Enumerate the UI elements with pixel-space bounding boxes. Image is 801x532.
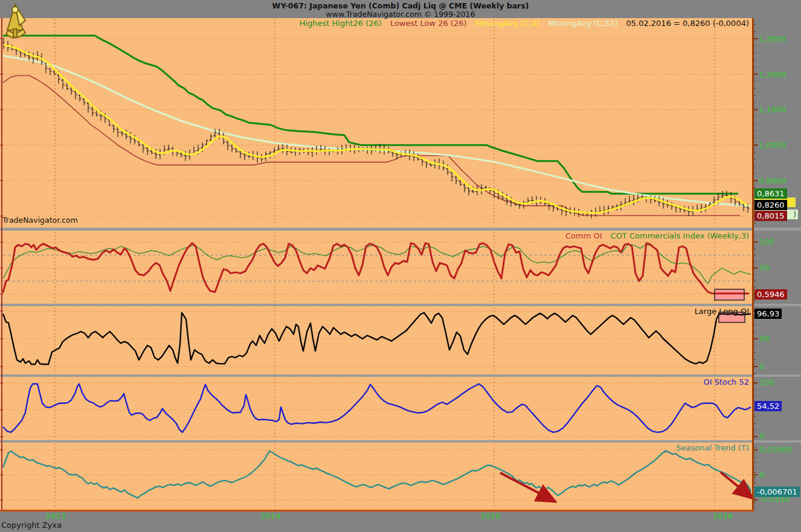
ll-grid	[0, 307, 758, 374]
price-tick: 1,2000	[759, 70, 787, 79]
ll26-value-label: 0,8015	[754, 211, 787, 221]
year-label-2013: 2013	[37, 511, 74, 521]
trade-navigator-window: WY-067: Japanese Yen (Comb) Cadj Liq @ C…	[0, 0, 801, 532]
price-tick: 0,9000	[759, 176, 787, 185]
price-tick: 1,1000	[759, 105, 787, 114]
hh26-line	[3, 36, 738, 194]
time-axis-line	[0, 510, 754, 511]
oi-stoch-tick: 0	[759, 432, 764, 441]
seasonal-value-label: -0,006701	[754, 487, 800, 497]
cot-tick: 50	[759, 263, 770, 272]
sextant-logo-icon	[1, 2, 29, 52]
year-label-2016: 2016	[705, 511, 741, 521]
year-label-2015: 2015	[472, 511, 509, 521]
st-grid	[0, 378, 758, 439]
large-long-tick: 0	[759, 362, 764, 371]
large-long-value-label: 96,93	[754, 309, 782, 319]
comm-oi-value-label: 0,5946	[754, 289, 787, 300]
ma4-line	[4, 45, 748, 213]
down-arrow-annotation	[500, 473, 553, 501]
seasonal-trend-title: Seasonal Trend (T)	[676, 443, 749, 452]
large-long-tick: 50	[759, 334, 770, 343]
oi-stoch-line	[3, 384, 751, 432]
hh26-value-label: 0,8631	[754, 188, 787, 199]
price-legend: Highest Hight26 (26) Lowest Low 26 (26) …	[300, 19, 749, 28]
chart-subtitle: www.TradeNavigator.com © 1999-2016	[0, 10, 801, 19]
copyright: Copyright Zyxa	[1, 521, 62, 530]
cot-index-label: COT Commercials Index (Weekly,3)	[611, 231, 749, 240]
oi-stoch-value-label: 54,52	[754, 401, 782, 411]
legend-ma52: MovingAvg (C,52)	[548, 19, 617, 28]
cot-highlight-box	[715, 289, 744, 300]
year-label-2014: 2014	[253, 511, 289, 521]
legend-ma4: MovingAvg (C,4)	[475, 19, 540, 28]
legend-hh26: Highest Hight26 (26)	[300, 19, 382, 28]
oi-stoch-title: OI Stoch 52	[703, 377, 749, 386]
cot-panel-title: Comm OI COT Commercials Index (Weekly,3)	[565, 231, 749, 240]
watermark: TradeNavigator.com	[2, 216, 78, 225]
seasonal-line	[3, 451, 751, 498]
se-grid	[0, 444, 758, 508]
price-tick: 1,0000	[759, 141, 787, 150]
seasonal-tick: 0,01000	[759, 445, 792, 454]
ohlc-bars	[2, 38, 750, 218]
chart-title: WY-067: Japanese Yen (Comb) Cadj Liq @ C…	[0, 1, 801, 10]
legend-ll26: Lowest Low 26 (26)	[390, 19, 467, 28]
price-axis-line	[752, 18, 754, 511]
close-value-label: 0,8260	[754, 200, 787, 210]
comm-oi-label: Comm OI	[565, 231, 602, 240]
oi-stoch-tick: 100	[759, 378, 774, 387]
cot-tick: 100	[759, 237, 774, 246]
cursor-readout: 05.02.2016 = 0,8260 (-0,0004)	[626, 19, 749, 28]
ma52-line	[3, 56, 751, 206]
large-long-oi-title: Large Long OI	[695, 307, 749, 316]
plot-left-border	[1, 18, 2, 510]
price-tick: 1,3000	[759, 34, 787, 43]
seasonal-tick: 0	[759, 470, 764, 479]
large-long-line	[3, 313, 751, 365]
